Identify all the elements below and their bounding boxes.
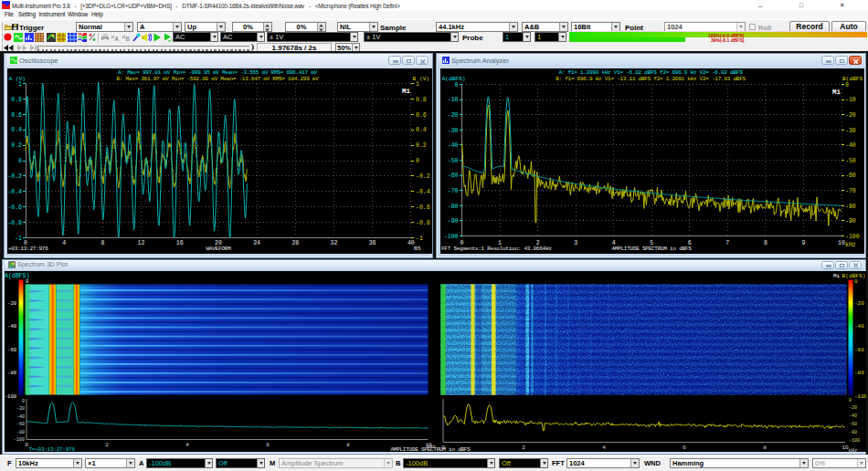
svg-text:-60: -60 bbox=[16, 422, 24, 427]
svg-text:B (V): B (V) bbox=[412, 76, 429, 82]
svg-text:-20: -20 bbox=[16, 406, 24, 412]
svg-text:-100: -100 bbox=[849, 438, 860, 444]
svg-text:B: B bbox=[125, 36, 129, 42]
svg-text:B: f1= 696.9 Hz V1= -13.11 d: B: f1= 696.9 Hz V1= -13.11 dBFS f2= 1.20… bbox=[556, 76, 746, 82]
svg-text:-10: -10 bbox=[447, 97, 458, 103]
svg-text:0.6: 0.6 bbox=[11, 112, 22, 119]
svg-text:WAVEFORM: WAVEFORM bbox=[206, 246, 231, 252]
svg-text:0: 0 bbox=[454, 82, 458, 89]
svg-text:-0.4: -0.4 bbox=[7, 189, 22, 195]
svg-text:8: 8 bbox=[346, 442, 350, 448]
svg-text:32: 32 bbox=[330, 240, 337, 246]
svg-text:2: 2 bbox=[522, 445, 525, 451]
svg-text:8: 8 bbox=[763, 240, 767, 246]
svg-text:0: 0 bbox=[849, 398, 852, 403]
svg-text:0: 0 bbox=[854, 278, 858, 285]
svg-text:-70: -70 bbox=[447, 188, 458, 194]
svg-text:-100: -100 bbox=[845, 234, 860, 240]
svg-text:0: 0 bbox=[18, 158, 22, 164]
svg-text:-60: -60 bbox=[447, 173, 458, 179]
svg-text:-10: -10 bbox=[845, 97, 856, 103]
svg-text:FFT Segments:1 Resolution:: FFT Segments:1 Resolution: 43.0664Hz bbox=[441, 246, 552, 252]
svg-text:-80: -80 bbox=[845, 204, 856, 210]
svg-text:0: 0 bbox=[26, 278, 28, 285]
svg-text:-30: -30 bbox=[845, 128, 856, 134]
svg-text:-40: -40 bbox=[16, 414, 24, 420]
svg-text:9: 9 bbox=[801, 240, 805, 246]
svg-text:-40: -40 bbox=[845, 142, 856, 149]
svg-text:24: 24 bbox=[253, 240, 260, 246]
svg-text:-40: -40 bbox=[7, 323, 16, 330]
svg-text:-20: -20 bbox=[447, 112, 458, 119]
svg-text:6: 6 bbox=[683, 445, 686, 451]
svg-text:0.4: 0.4 bbox=[416, 127, 427, 133]
svg-text:-30: -30 bbox=[447, 128, 458, 134]
svg-text:0: 0 bbox=[845, 82, 849, 89]
svg-text:-0.6: -0.6 bbox=[416, 204, 430, 211]
svg-text:4: 4 bbox=[602, 445, 606, 451]
svg-text:A (V): A (V) bbox=[8, 76, 26, 82]
svg-text:A: A bbox=[115, 36, 120, 42]
svg-text:-60: -60 bbox=[7, 347, 16, 353]
svg-text:-0.8: -0.8 bbox=[7, 220, 22, 226]
svg-text:-0.4: -0.4 bbox=[416, 189, 430, 195]
svg-text:-80: -80 bbox=[854, 370, 864, 376]
svg-text:0: 0 bbox=[21, 399, 24, 404]
svg-text:0.4: 0.4 bbox=[11, 127, 22, 133]
svg-text:-40: -40 bbox=[849, 413, 857, 419]
svg-text:-80: -80 bbox=[7, 370, 16, 376]
svg-text:-20: -20 bbox=[854, 300, 864, 307]
svg-text:B: Max= 361.97 mV Min= -592: B: Max= 361.97 mV Min= -592.00 mV Mean= … bbox=[116, 76, 319, 82]
svg-text:-100: -100 bbox=[13, 437, 24, 443]
svg-text:3: 3 bbox=[574, 240, 577, 246]
svg-text:10: 10 bbox=[838, 240, 845, 246]
svg-text:7: 7 bbox=[725, 240, 729, 246]
svg-text:0.8: 0.8 bbox=[416, 97, 427, 103]
svg-text:-80: -80 bbox=[849, 430, 857, 435]
svg-text:4: 4 bbox=[62, 240, 66, 246]
svg-text:-0.6: -0.6 bbox=[7, 204, 22, 211]
svg-text:0.2: 0.2 bbox=[11, 142, 22, 149]
svg-text:-50: -50 bbox=[447, 158, 458, 164]
svg-text:0.6: 0.6 bbox=[416, 112, 427, 119]
svg-text:-80: -80 bbox=[447, 204, 458, 210]
svg-text:-0.2: -0.2 bbox=[7, 173, 22, 180]
svg-text:8: 8 bbox=[763, 445, 767, 451]
svg-text:-60: -60 bbox=[854, 347, 864, 353]
svg-text:-100: -100 bbox=[854, 393, 866, 400]
svg-text:T=+03:13:27:976: T=+03:13:27:976 bbox=[28, 446, 75, 452]
svg-text:-80: -80 bbox=[16, 430, 24, 435]
svg-text:B(dBFS): B(dBFS) bbox=[842, 76, 864, 82]
svg-text:-40: -40 bbox=[447, 142, 458, 149]
svg-text:Mi: Mi bbox=[401, 88, 410, 95]
svg-text:-20: -20 bbox=[845, 112, 856, 119]
svg-text:-100: -100 bbox=[5, 393, 16, 400]
svg-text:AMPLITUDE SPECTRUM in dBFS: AMPLITUDE SPECTRUM in dBFS bbox=[611, 246, 692, 252]
svg-text:-1: -1 bbox=[416, 236, 423, 242]
svg-text:+03:13:27:976: +03:13:27:976 bbox=[8, 246, 48, 252]
svg-text:4: 4 bbox=[185, 442, 189, 448]
svg-text:-1: -1 bbox=[15, 236, 22, 242]
svg-text:kHz: kHz bbox=[845, 242, 856, 248]
svg-text:0.8: 0.8 bbox=[11, 97, 22, 103]
svg-text:-50: -50 bbox=[845, 158, 856, 164]
svg-text:-70: -70 bbox=[845, 188, 856, 194]
svg-text:-60: -60 bbox=[849, 422, 857, 427]
svg-text:-90: -90 bbox=[845, 218, 856, 225]
svg-text:12: 12 bbox=[137, 240, 144, 246]
svg-text:AMPLITUDE SPECTRUM in dBFS: AMPLITUDE SPECTRUM in dBFS bbox=[390, 446, 471, 452]
svg-text:-90: -90 bbox=[447, 218, 458, 225]
svg-text:Mi: Mi bbox=[833, 273, 841, 279]
svg-text:A(dBFS): A(dBFS) bbox=[441, 76, 465, 82]
svg-text:-0.2: -0.2 bbox=[416, 173, 430, 180]
svg-text:Mi: Mi bbox=[831, 89, 841, 96]
svg-text:28: 28 bbox=[291, 240, 299, 246]
svg-text:2: 2 bbox=[105, 442, 109, 448]
svg-text:ms: ms bbox=[414, 246, 421, 252]
svg-text:16: 16 bbox=[175, 240, 183, 246]
svg-text:0: 0 bbox=[416, 158, 419, 164]
svg-text:0: 0 bbox=[441, 445, 445, 451]
svg-text:kHz: kHz bbox=[848, 447, 857, 453]
svg-text:0.2: 0.2 bbox=[416, 142, 427, 149]
svg-text:-100: -100 bbox=[443, 234, 458, 240]
